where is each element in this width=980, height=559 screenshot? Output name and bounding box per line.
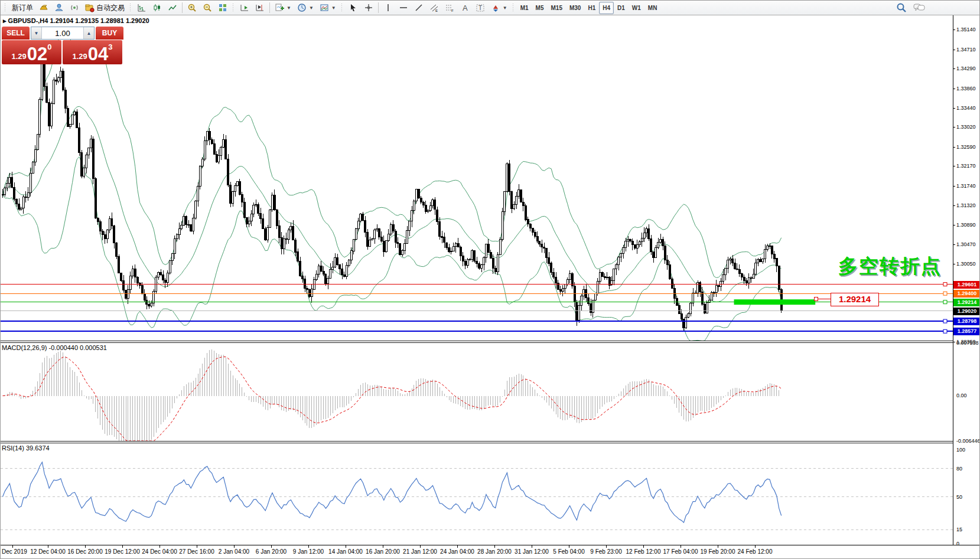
one-click-trading-panel: SELL ▼ ▲ BUY 1.29 02 0 1.29 04 3 <box>2 27 123 64</box>
timeframe-button-d1[interactable]: D1 <box>614 2 629 14</box>
arrows-icon <box>491 3 500 12</box>
toolbar-separator <box>378 2 379 13</box>
toolbar-grip[interactable] <box>341 3 344 12</box>
timeframe-button-h4[interactable]: H4 <box>599 2 614 14</box>
autotrading-button[interactable]: 自动交易 <box>82 1 128 15</box>
rsi-pane[interactable]: RSI(14) 39.6374 <box>1 443 953 545</box>
trendline-tool[interactable] <box>411 1 426 15</box>
symbol-ohlc-title: ▸ GBPUSD-,H4 1.29104 1.29135 1.28981 1.2… <box>3 17 149 25</box>
zoom-in-button[interactable] <box>184 1 200 15</box>
timeframe-button-w1[interactable]: W1 <box>629 2 644 14</box>
buy-button[interactable]: BUY <box>96 27 123 40</box>
sell-price-button[interactable]: 1.29 02 0 <box>2 40 61 64</box>
time-axis-label: 12 Dec 04:00 <box>30 548 66 555</box>
timeframe-button-h1[interactable]: H1 <box>584 2 599 14</box>
chat-icon[interactable] <box>913 2 925 15</box>
price-axis-tick <box>953 186 955 187</box>
macd-label: MACD(12,26,9) -0.000440 0.000531 <box>2 344 107 351</box>
rsi-axis-label: 15 <box>956 527 962 532</box>
zoom-out-icon <box>203 3 212 12</box>
fibonacci-tool[interactable]: F <box>442 1 457 15</box>
price-axis-label: 1.33020 <box>956 124 976 130</box>
volume-increase-button[interactable]: ▲ <box>83 27 94 39</box>
rsi-axis-label: 100 <box>956 447 965 453</box>
volume-decrease-button[interactable]: ▼ <box>31 27 42 39</box>
buy-price-big: 04 <box>88 46 108 63</box>
price-axis-label: 1.32170 <box>956 163 976 169</box>
auto-scroll-button[interactable] <box>237 1 252 15</box>
search-icon[interactable] <box>896 2 907 15</box>
rsi-label: RSI(14) 39.6374 <box>2 444 50 452</box>
timeframe-button-m1[interactable]: M1 <box>517 2 532 14</box>
profiles-dropdown[interactable]: ▼ <box>294 1 317 15</box>
toolbar-grip[interactable] <box>4 3 7 12</box>
price-axis-tick <box>953 147 955 148</box>
bar-chart-button[interactable] <box>134 1 149 15</box>
time-axis[interactable]: Dec 201912 Dec 04:0016 Dec 20:0019 Dec 1… <box>1 545 980 559</box>
timeframe-button-m15[interactable]: M15 <box>548 2 566 14</box>
text-tool[interactable]: A <box>457 1 473 15</box>
time-axis-tick <box>681 545 681 548</box>
rsi-axis-label: 50 <box>956 494 962 500</box>
market-watch-icon[interactable] <box>36 1 51 15</box>
signals-button[interactable] <box>67 1 82 15</box>
toolbar-separator <box>182 2 183 13</box>
fibonacci-icon: F <box>445 3 454 12</box>
chart-shift-button[interactable] <box>252 1 268 15</box>
toolbar-grip[interactable] <box>129 3 132 12</box>
price-tag-1.28798: 1.28798 <box>953 318 980 325</box>
price-axis-label: 1.30890 <box>956 222 976 228</box>
new-chart-dropdown[interactable]: ▼ <box>272 1 294 15</box>
chevron-down-icon: ▼ <box>286 5 291 11</box>
clock-icon <box>297 3 307 12</box>
candlestick-chart-button[interactable] <box>149 1 165 15</box>
macd-axis-label: 0.00 <box>956 393 967 398</box>
main-chart-pane[interactable]: ▸ GBPUSD-,H4 1.29104 1.29135 1.28981 1.2… <box>1 15 953 342</box>
price-tag-1.29601: 1.29601 <box>953 281 980 289</box>
timeframe-button-m30[interactable]: M30 <box>566 2 584 14</box>
tile-windows-button[interactable] <box>215 1 230 15</box>
buy-price-button[interactable]: 1.29 04 3 <box>63 40 122 64</box>
pane-separator[interactable] <box>1 441 980 443</box>
vertical-line-icon <box>383 3 393 12</box>
horizontal-line-tool[interactable] <box>396 1 411 15</box>
time-axis-tick <box>122 545 123 548</box>
line-chart-icon <box>168 3 177 12</box>
price-axis-label: 1.35140 <box>956 27 976 32</box>
cursor-tool-button[interactable] <box>346 1 361 15</box>
channel-tool[interactable]: E <box>426 1 442 15</box>
pane-separator[interactable] <box>1 341 980 343</box>
toolbar: 新订单 自动交易 ▼ ▼ ▼ E F A T ▼ M <box>1 1 980 15</box>
volume-input[interactable] <box>42 27 83 39</box>
time-axis-tick <box>197 545 197 548</box>
text-label-icon: T <box>476 3 485 12</box>
candlestick-chart[interactable] <box>1 15 953 342</box>
templates-button[interactable]: ▼ <box>317 1 339 15</box>
new-chart-icon <box>275 3 284 12</box>
new-order-button[interactable]: 新订单 <box>9 1 36 15</box>
price-callout-label[interactable]: 1.29214 <box>831 293 879 306</box>
crosshair-tool-button[interactable] <box>361 1 376 15</box>
line-chart-button[interactable] <box>165 1 180 15</box>
macd-axis-label: -0.006446 <box>956 438 980 444</box>
time-axis-label: 24 Dec 04:00 <box>142 548 177 555</box>
shapes-dropdown[interactable]: ▼ <box>488 1 510 15</box>
time-axis-label: 14 Jan 04:00 <box>328 548 363 555</box>
toolbar-grip[interactable] <box>232 3 235 12</box>
accounts-button[interactable] <box>51 1 67 15</box>
toolbar-grip[interactable] <box>512 3 515 12</box>
vertical-line-tool[interactable] <box>380 1 396 15</box>
autotrading-icon <box>85 3 95 12</box>
sell-button[interactable]: SELL <box>2 27 30 40</box>
timeframe-button-mn[interactable]: MN <box>644 2 661 14</box>
zoom-out-button[interactable] <box>200 1 215 15</box>
price-tag-1.29214: 1.29214 <box>953 299 980 306</box>
cloud-user-icon <box>54 3 64 12</box>
timeframe-button-m5[interactable]: M5 <box>532 2 548 14</box>
time-axis-label: 9 Jan 12:00 <box>293 548 324 555</box>
zoom-in-icon <box>187 3 197 12</box>
price-tag-1.29020: 1.29020 <box>953 308 980 315</box>
price-axis[interactable]: 1.351401.347101.342901.338601.334401.330… <box>953 15 980 545</box>
macd-pane[interactable]: MACD(12,26,9) -0.000440 0.000531 <box>1 343 953 441</box>
label-tool[interactable]: T <box>473 1 488 15</box>
